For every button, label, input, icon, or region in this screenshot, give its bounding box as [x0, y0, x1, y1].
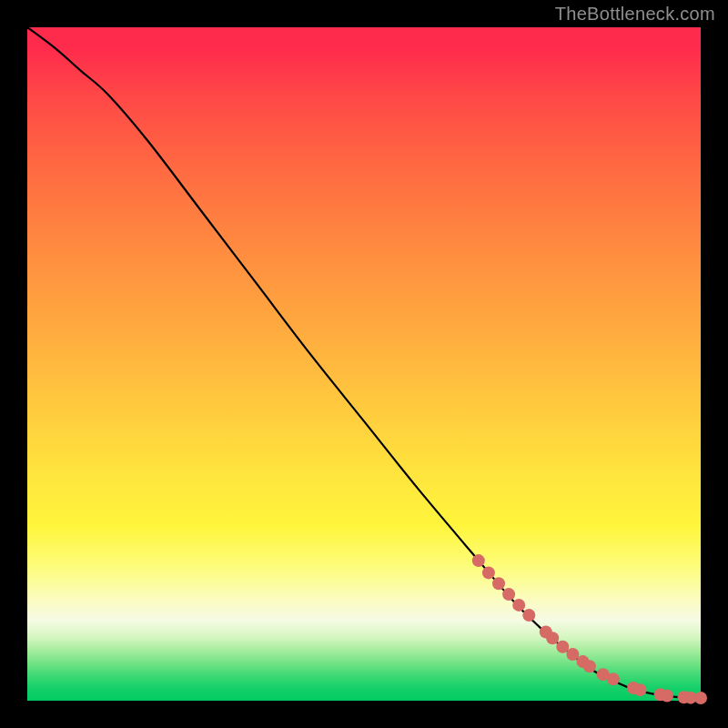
watermark-text: TheBottleneck.com	[555, 4, 715, 25]
chart-markers	[472, 554, 707, 704]
chart-marker	[546, 632, 559, 644]
chart-marker	[694, 692, 707, 704]
chart-overlay	[27, 27, 701, 701]
chart-marker	[661, 689, 673, 702]
chart-stage: TheBottleneck.com	[0, 0, 728, 728]
chart-marker	[512, 599, 525, 612]
chart-marker	[583, 660, 596, 672]
chart-marker	[607, 672, 620, 685]
chart-marker	[502, 588, 515, 601]
chart-marker	[633, 683, 646, 696]
chart-marker	[472, 554, 485, 567]
chart-curve	[27, 27, 701, 698]
chart-marker	[482, 566, 495, 579]
chart-marker	[522, 609, 535, 622]
chart-marker	[492, 577, 505, 590]
